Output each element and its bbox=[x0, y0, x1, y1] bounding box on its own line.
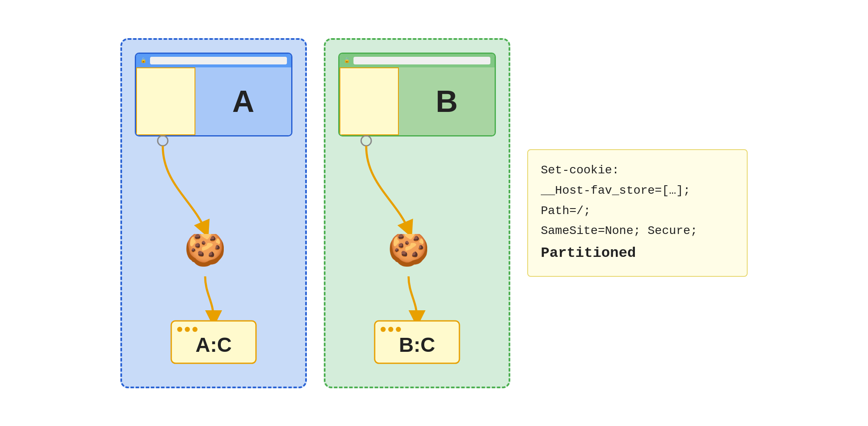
browser-content-b: B bbox=[339, 67, 495, 135]
code-line-1: __Host-fav_store=[…]; bbox=[541, 181, 734, 201]
svg-point-0 bbox=[158, 136, 168, 146]
storage-label-b: B:C bbox=[399, 334, 435, 356]
svg-point-2 bbox=[177, 327, 182, 332]
svg-point-7 bbox=[381, 327, 386, 332]
lock-icon-a: 🔒 bbox=[140, 57, 147, 64]
site-label-b: B bbox=[436, 84, 458, 119]
browser-window-a: 🔒 A bbox=[135, 53, 292, 136]
cookie-a: 🍪 bbox=[180, 234, 231, 268]
iframe-box-a bbox=[136, 67, 195, 135]
browser-window-b: 🔒 B bbox=[338, 53, 496, 136]
address-bar-a bbox=[150, 57, 287, 64]
svg-point-3 bbox=[185, 327, 190, 332]
main-area-b: B bbox=[399, 67, 495, 135]
flow-svg-a: 🍪 A:C bbox=[133, 132, 294, 370]
code-line-4: Partitioned bbox=[541, 241, 734, 266]
partition-a-box: 🔒 A bbox=[120, 38, 307, 388]
svg-point-8 bbox=[388, 327, 393, 332]
lock-icon-b: 🔒 bbox=[344, 57, 350, 64]
cookie-b: 🍪 bbox=[383, 234, 434, 268]
iframe-box-b bbox=[339, 67, 399, 135]
svg-point-9 bbox=[396, 327, 401, 332]
flow-svg-b: 🍪 B:C bbox=[337, 132, 498, 370]
main-area-a: A bbox=[195, 67, 291, 135]
diagram-container: 🔒 A bbox=[103, 21, 765, 405]
partition-b-box: 🔒 B 🍪 bbox=[324, 38, 510, 388]
code-line-2: Path=/; bbox=[541, 201, 734, 221]
address-bar-b bbox=[353, 57, 490, 64]
browser-titlebar-b: 🔒 bbox=[339, 54, 495, 67]
storage-label-a: A:C bbox=[195, 334, 231, 356]
svg-point-5 bbox=[361, 136, 371, 146]
browser-titlebar-a: 🔒 bbox=[136, 54, 291, 67]
svg-point-4 bbox=[192, 327, 198, 332]
browser-content-a: A bbox=[136, 67, 291, 135]
code-box: Set-cookie: __Host-fav_store=[…]; Path=/… bbox=[527, 149, 748, 276]
site-label-a: A bbox=[232, 84, 254, 119]
code-line-0: Set-cookie: bbox=[541, 160, 734, 181]
code-line-3: SameSite=None; Secure; bbox=[541, 221, 734, 241]
